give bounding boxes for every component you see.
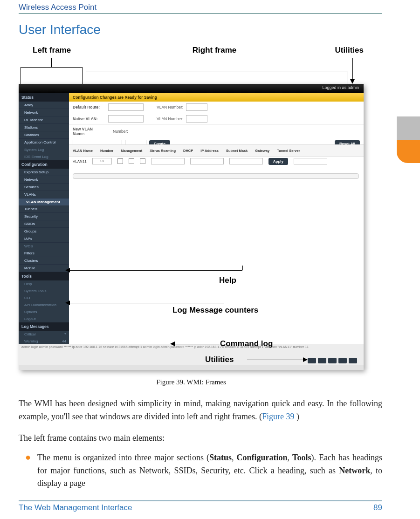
figure-link[interactable]: Figure 39 [262, 412, 296, 421]
vlan-number-label-2: VLAN Number: [157, 116, 183, 121]
default-route-input[interactable] [108, 103, 144, 111]
sidebar-item[interactable]: Network [19, 109, 69, 116]
sidebar-item-help[interactable]: Help [19, 280, 69, 287]
sidebar-item[interactable]: Tunnels [19, 205, 69, 213]
vlan-number-input[interactable] [186, 103, 207, 111]
sidebar-status-head[interactable]: Status [19, 93, 69, 102]
figure-caption: Figure 39. WMI: Frames [19, 378, 364, 386]
sidebar-item[interactable]: API Documentation [19, 301, 69, 308]
section-title: User Interface [19, 22, 401, 37]
native-vlan-input[interactable] [108, 115, 144, 123]
page-number: 89 [373, 503, 382, 512]
sidebar-item[interactable]: System Log [19, 146, 69, 153]
sidebar-item[interactable]: Mobile [19, 265, 69, 272]
th: Tunnel Server [277, 149, 300, 153]
util-icon[interactable] [328, 358, 337, 363]
util-icon[interactable] [308, 358, 316, 363]
new-vlan-name-label: New VLAN Name: [73, 127, 105, 136]
sidebar-tools-head[interactable]: Tools [19, 272, 69, 280]
sidebar-item[interactable]: Services [19, 184, 69, 191]
sidebar-config-head[interactable]: Configuration [19, 160, 69, 169]
chapter-tab [397, 116, 420, 163]
th: Xirrus Roaming [150, 149, 176, 153]
sidebar-item[interactable]: WDS [19, 243, 69, 250]
bullet-icon: ● [19, 451, 37, 491]
vlan-number-label: VLAN Number: [157, 105, 183, 109]
sidebar-item[interactable]: RF Monitor [19, 116, 69, 124]
sidebar-item[interactable]: Array [19, 102, 69, 109]
sidebar-item[interactable]: Filters [19, 250, 69, 257]
sidebar-item[interactable]: Application Control [19, 139, 69, 146]
native-vlan-label: Native VLAN: [73, 116, 105, 121]
table-row: VLAN11 11 Apply [69, 156, 364, 167]
bullet-1: The menu is organized into three major s… [37, 451, 382, 491]
sidebar-item[interactable]: Logout [19, 315, 69, 322]
sidebar-item[interactable]: Options [19, 308, 69, 315]
footer-left: The Web Management Interface [19, 503, 132, 512]
annot-log-counters: Log Message counters [172, 306, 258, 315]
sidebar-item[interactable]: SSIDs [19, 220, 69, 228]
annot-right-frame: Right frame [121, 46, 308, 55]
cell-gw-input[interactable] [229, 158, 263, 164]
sidebar-item[interactable]: Express Setup [19, 169, 69, 176]
cell-vlan-name: VLAN11 [73, 159, 87, 164]
th: Management [121, 149, 142, 153]
sidebar-item[interactable]: Network [19, 176, 69, 184]
sidebar-item[interactable]: IAPs [19, 235, 69, 243]
util-icon[interactable] [318, 358, 326, 363]
wmi-screenshot: Logged in as admin Status Array Network … [19, 84, 364, 370]
th: Subnet Mask [226, 149, 248, 153]
sidebar-item[interactable]: Stations [19, 124, 69, 131]
horizontal-scrollbar[interactable] [73, 173, 359, 179]
annot-help: Help [219, 276, 236, 285]
apply-button[interactable]: Apply [269, 158, 288, 165]
logged-in-text: Logged in as admin [322, 85, 359, 90]
cell-dhcp-checkbox[interactable] [140, 158, 145, 164]
paragraph-1: The WMI has been designed with simplicit… [19, 397, 382, 423]
vlan-number-input-2[interactable] [186, 115, 207, 123]
utilities-tray[interactable] [308, 358, 359, 364]
sidebar-item[interactable]: CLI [19, 294, 69, 301]
sidebar-item[interactable]: System Tools [19, 287, 69, 294]
cell-mask-input[interactable] [190, 158, 224, 164]
th: IP Address [200, 149, 219, 153]
sidebar-item[interactable]: VLANs [19, 191, 69, 198]
annot-left-frame: Left frame [19, 46, 121, 55]
annot-command-log: Command log [220, 339, 273, 348]
running-head: Wireless Access Point [19, 0, 382, 14]
annot-utilities-top: Utilities [308, 46, 364, 55]
sidebar-item[interactable]: IDS Event Log [19, 153, 69, 160]
sidebar-item[interactable]: Clusters [19, 257, 69, 265]
th: VLAN Name [73, 149, 93, 153]
sidebar: Status Array Network RF Monitor Stations… [19, 93, 69, 358]
cell-ip-input[interactable] [151, 158, 185, 164]
paragraph-2: The left frame contains two main element… [19, 432, 382, 445]
util-icon[interactable] [349, 358, 357, 363]
default-route-label: Default Route: [73, 105, 105, 109]
cell-tunnel-input[interactable] [294, 158, 327, 164]
logmsg-row[interactable]: Critical7 [19, 331, 69, 338]
annot-utilities-bottom: Utilities [205, 355, 234, 364]
cell-mgmt-checkbox[interactable] [117, 158, 123, 164]
sidebar-item[interactable]: Groups [19, 228, 69, 235]
th: Number [100, 149, 113, 153]
sidebar-logmsg-head[interactable]: Log Messages [19, 322, 69, 331]
util-icon[interactable] [338, 358, 347, 363]
cell-number-input[interactable]: 11 [92, 158, 112, 164]
th: DHCP [183, 149, 193, 153]
connector-lines [19, 58, 364, 84]
sidebar-item[interactable]: Statistics [19, 131, 69, 139]
sidebar-subitem-vlan-mgmt[interactable]: VLAN Management [19, 198, 69, 205]
config-banner: Configuration Changes are Ready for Savi… [69, 93, 364, 102]
th: Gateway [255, 149, 269, 153]
number-label: Number: [113, 129, 128, 134]
sidebar-item[interactable]: Security [19, 213, 69, 220]
cell-roaming-checkbox[interactable] [129, 158, 134, 164]
